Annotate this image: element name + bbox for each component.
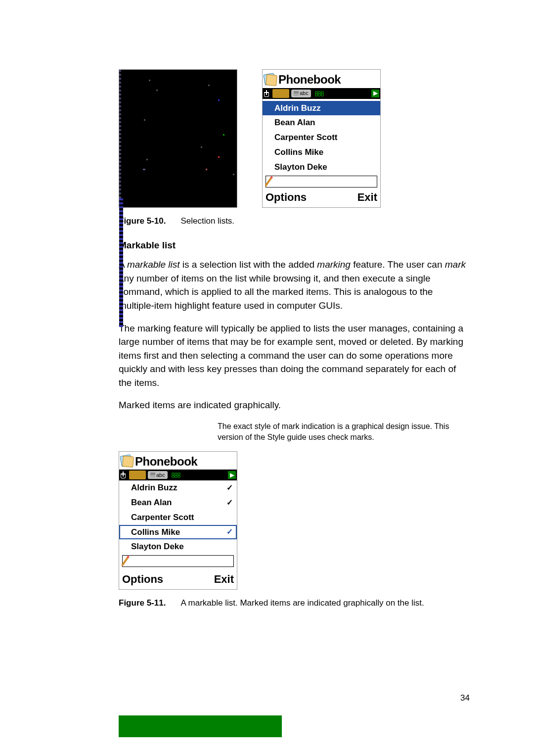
search-input-row[interactable] bbox=[122, 555, 234, 567]
list-item[interactable]: Collins Mike bbox=[263, 145, 380, 160]
list-item[interactable]: Collins Mike ✓ bbox=[119, 525, 237, 540]
list-item[interactable]: Bean Alan bbox=[263, 115, 380, 130]
tab-active[interactable] bbox=[272, 89, 289, 98]
paragraph-2: The marking feature will typically be ap… bbox=[119, 322, 470, 390]
tab-abc[interactable]: abc bbox=[291, 90, 311, 97]
phone-tab-bar: abc oooooo ▶ bbox=[263, 88, 380, 99]
page-number: 34 bbox=[460, 692, 470, 704]
softkey-options[interactable]: Options bbox=[266, 190, 307, 205]
signal-icon bbox=[264, 90, 270, 97]
figure-5-10-images: Phonebook abc oooooo ▶ Aldrin Buzz Bean … bbox=[119, 69, 470, 208]
check-icon: ✓ bbox=[226, 482, 233, 493]
phone-title: Phonebook bbox=[278, 71, 341, 88]
figure-5-10-caption: Figure 5-10.Selection lists. bbox=[119, 215, 470, 227]
tab-arrow-right-icon[interactable]: ▶ bbox=[371, 90, 379, 97]
phonebook-markable-list: Phonebook abc oooooo ▶ Aldrin Buzz ✓ Bea… bbox=[119, 451, 237, 590]
list-item[interactable]: Slayton Deke bbox=[119, 539, 237, 554]
phonebook-icon bbox=[264, 73, 277, 86]
list-item[interactable]: Aldrin Buzz ✓ bbox=[119, 480, 237, 495]
section-heading: Markable list bbox=[119, 239, 470, 252]
search-input-row[interactable] bbox=[266, 176, 377, 188]
softkey-options[interactable]: Options bbox=[122, 572, 163, 587]
pencil-icon bbox=[266, 177, 272, 185]
phone-title: Phonebook bbox=[135, 453, 197, 470]
tab-grid-icon[interactable]: oooooo bbox=[170, 472, 182, 478]
check-icon: ✓ bbox=[226, 497, 233, 508]
list-item[interactable]: Carpenter Scott bbox=[119, 510, 237, 525]
tab-arrow-right-icon[interactable]: ▶ bbox=[228, 471, 236, 479]
figure-5-11-caption: Figure 5-11.A markable list. Marked item… bbox=[119, 597, 470, 609]
phonebook-icon bbox=[120, 455, 134, 468]
signal-icon bbox=[120, 472, 127, 478]
pencil-icon bbox=[122, 557, 129, 565]
list-item[interactable]: Slayton Deke bbox=[263, 160, 380, 175]
paragraph-3: Marked items are indicated graphically. bbox=[119, 398, 470, 412]
list-item[interactable]: Bean Alan ✓ bbox=[119, 495, 237, 510]
phone-tab-bar: abc oooooo ▶ bbox=[119, 470, 237, 480]
list-item[interactable]: Carpenter Scott bbox=[263, 130, 380, 145]
tab-abc[interactable]: abc bbox=[148, 471, 168, 479]
tab-grid-icon[interactable]: oooooo bbox=[313, 91, 326, 96]
check-icon: ✓ bbox=[226, 526, 233, 537]
tab-active[interactable] bbox=[129, 471, 146, 479]
list-item[interactable]: Aldrin Buzz bbox=[263, 101, 380, 116]
dark-screenshot bbox=[119, 69, 237, 208]
softkey-exit[interactable]: Exit bbox=[357, 190, 377, 205]
paragraph-1: A markable list is a selection list with… bbox=[119, 258, 470, 312]
side-note: The exact style of mark indication is a … bbox=[218, 421, 470, 443]
footer-bar bbox=[119, 715, 282, 737]
phonebook-selection-list: Phonebook abc oooooo ▶ Aldrin Buzz Bean … bbox=[262, 69, 381, 208]
softkey-exit[interactable]: Exit bbox=[214, 572, 234, 587]
